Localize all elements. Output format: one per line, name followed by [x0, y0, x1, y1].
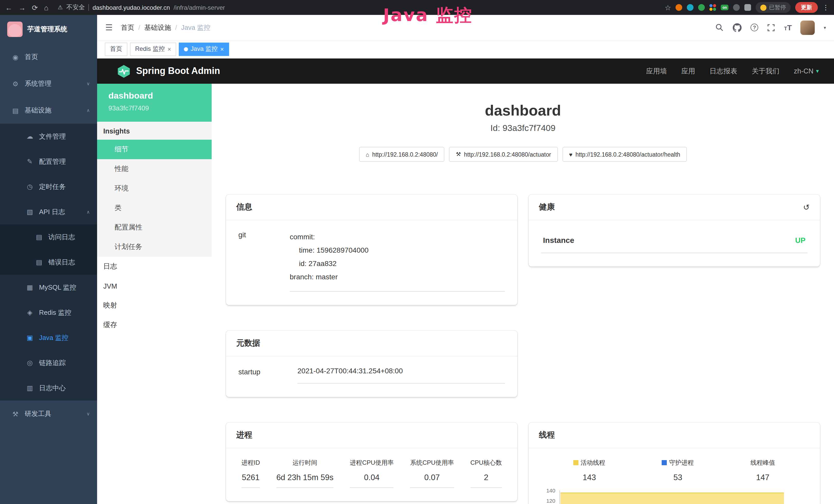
user-avatar[interactable] [800, 20, 815, 35]
sidebar-item-scheduled-jobs[interactable]: ◷ 定时任务 [0, 174, 97, 199]
tab-java-monitor[interactable]: Java 监控 × [179, 42, 229, 56]
tab-home[interactable]: 首页 [105, 42, 127, 56]
extension-icon-orange[interactable] [676, 4, 682, 11]
home-icon[interactable]: ⌂ [44, 4, 48, 11]
info-line: time: 1596289704000 [290, 244, 505, 257]
panel-item-environment[interactable]: 环境 [97, 179, 212, 198]
process-card: 进程 进程ID 5261 运行时间 [226, 422, 517, 501]
sidebar-item-dev-tools[interactable]: ⚒ 研发工具 ∨ [0, 400, 97, 427]
instance-header[interactable]: dashboard 93a3fc7f7409 [97, 84, 212, 122]
chevron-down-icon: ∨ [87, 411, 90, 416]
sidebar-item-access-logs[interactable]: ▤ 访问日志 [0, 224, 97, 250]
sidebar-item-system-management[interactable]: ⚙ 系统管理 ∨ [0, 70, 97, 97]
help-icon[interactable]: ? [750, 24, 758, 31]
sidebar-item-home[interactable]: ◉ 首页 [0, 44, 97, 70]
sba-instance-panel: dashboard 93a3fc7f7409 Insights 细节 性能 环境… [97, 84, 212, 504]
sba-header: Spring Boot Admin 应用墙 应用 日志报表 关于我们 zh-CN… [97, 59, 834, 84]
sidebar-item-api-logs[interactable]: ▧ API 日志 ∧ [0, 199, 97, 224]
github-icon[interactable] [732, 23, 742, 32]
sidebar-item-file-management[interactable]: ☁ 文件管理 [0, 124, 97, 149]
panel-item-classes[interactable]: 类 [97, 198, 212, 218]
sidebar-item-config-management[interactable]: ✎ 配置管理 [0, 149, 97, 174]
forward-icon[interactable]: → [19, 4, 26, 11]
puzzle-extension-icon[interactable] [744, 4, 751, 11]
sidebar-item-infrastructure[interactable]: ▤ 基础设施 ∧ [0, 97, 97, 124]
panel-item-metrics[interactable]: 性能 [97, 159, 212, 179]
process-stats: 进程ID 5261 运行时间 6d 23h 15m 59s [238, 458, 505, 487]
actuator-url-button[interactable]: ⚒ http://192.168.0.2:48080/actuator [449, 147, 558, 162]
breadcrumb-item[interactable]: 基础设施 [144, 23, 171, 32]
breadcrumb-item[interactable]: 首页 [121, 23, 134, 32]
sba-brand-name: Spring Boot Admin [136, 66, 220, 76]
extension-icon-green[interactable] [698, 4, 705, 11]
fullscreen-icon[interactable] [767, 23, 775, 31]
security-label[interactable]: 不安全 [66, 3, 85, 12]
heart-icon: ♥ [569, 151, 572, 157]
on-badge-icon[interactable]: on [721, 5, 728, 10]
gear-icon: ⚙ [11, 80, 20, 88]
sba-nav-about[interactable]: 关于我们 [751, 67, 779, 76]
card-title: 元数据 [226, 330, 517, 356]
search-icon[interactable] [715, 23, 724, 32]
legend-label: 守护进程 [669, 458, 694, 467]
panel-item-logs[interactable]: 日志 [97, 257, 212, 276]
sidebar-item-log-center[interactable]: ▥ 日志中心 [0, 375, 97, 400]
panel-item-scheduled-tasks[interactable]: 计划任务 [97, 237, 212, 257]
sidebar-item-label: 配置管理 [39, 157, 66, 166]
breadcrumb: 首页 / 基础设施 / Java 监控 [121, 23, 211, 32]
avatar-caret-icon[interactable]: ▾ [824, 25, 826, 30]
health-status-badge: UP [795, 236, 806, 244]
sba-locale-select[interactable]: zh-CN ▾ [794, 67, 819, 75]
service-url-button[interactable]: ⌂ http://192.168.0.2:48080/ [359, 147, 445, 162]
sba-logo-icon [117, 64, 131, 78]
sidebar-item-label: MySQL 监控 [39, 283, 76, 292]
sidebar-item-error-logs[interactable]: ▤ 错误日志 [0, 250, 97, 275]
browser-menu-icon[interactable]: ⋮ [822, 4, 829, 11]
panel-item-config-props[interactable]: 配置属性 [97, 218, 212, 237]
sidebar-item-java-monitor[interactable]: ▣ Java 监控 [0, 325, 97, 350]
update-button[interactable]: 更新 [795, 2, 818, 13]
extension-icon-leaf[interactable] [733, 4, 740, 11]
y-tick: 120 [546, 497, 555, 503]
threads-chart: 140 120 100 [541, 490, 808, 504]
extension-icon-teal[interactable] [687, 4, 694, 11]
health-instance-label: Instance [543, 236, 574, 245]
instance-id: 93a3fc7f7409 [108, 104, 212, 112]
panel-item-jvm[interactable]: JVM [97, 276, 212, 296]
sidebar-item-mysql-monitor[interactable]: ▦ MySQL 监控 [0, 275, 97, 300]
sba-brand[interactable]: Spring Boot Admin [117, 64, 220, 78]
back-icon[interactable]: ← [5, 4, 12, 11]
bookmark-star-icon[interactable]: ☆ [665, 4, 671, 11]
info-card: 信息 git commit: time: 1596289704000 id: 2… [226, 194, 517, 305]
metadata-key: startup [238, 366, 298, 383]
tools-icon: ⚒ [11, 410, 20, 418]
panel-item-caches[interactable]: 缓存 [97, 315, 212, 335]
app-logo[interactable]: 芋道管理系统 [0, 15, 97, 44]
sba-nav-applications[interactable]: 应用 [681, 67, 695, 76]
close-icon[interactable]: × [220, 45, 224, 53]
sidebar-item-trace[interactable]: ◎ 链路追踪 [0, 350, 97, 375]
health-url-button[interactable]: ♥ http://192.168.0.2:48080/actuator/heal… [562, 147, 687, 162]
font-size-icon[interactable]: TT [784, 23, 792, 32]
stat-label: 运行时间 [292, 458, 317, 467]
info-row-git: git commit: time: 1596289704000 id: 27aa… [238, 231, 505, 292]
sba-nav-journal[interactable]: 日志报表 [709, 67, 737, 76]
log-icon: ▧ [26, 208, 34, 216]
sba-nav-wallboard[interactable]: 应用墙 [646, 67, 667, 76]
reload-icon[interactable]: ⟳ [32, 4, 38, 11]
panel-item-details[interactable]: 细节 [97, 140, 212, 159]
insights-label: Insights [97, 122, 212, 140]
stat-value: 5261 [241, 473, 260, 487]
sidebar-item-redis-monitor[interactable]: ◈ Redis 监控 [0, 300, 97, 325]
tab-redis-monitor[interactable]: Redis 监控 × [130, 42, 176, 56]
url-path: /infra/admin-server [174, 4, 225, 11]
health-instance-row[interactable]: Instance UP [541, 231, 808, 253]
dashboard-icon: ◉ [11, 53, 20, 61]
history-icon[interactable]: ↺ [803, 203, 810, 212]
close-icon[interactable]: × [168, 45, 171, 53]
address-bar[interactable]: ⚠ 不安全 dashboard.yudao.iocoder.cn/infra/a… [58, 3, 225, 12]
google-apps-icon[interactable] [710, 4, 716, 11]
paused-badge[interactable]: 已暂停 [756, 2, 791, 13]
hamburger-icon[interactable]: ☰ [105, 23, 113, 32]
panel-item-mappings[interactable]: 映射 [97, 296, 212, 315]
